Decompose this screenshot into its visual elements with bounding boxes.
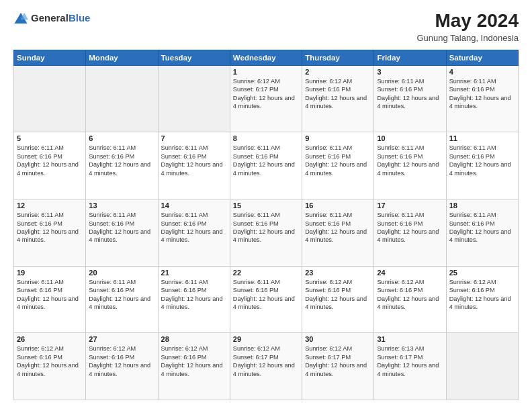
calendar-cell: 26Sunrise: 6:12 AMSunset: 6:16 PMDayligh… — [14, 333, 86, 400]
calendar-cell: 5Sunrise: 6:11 AMSunset: 6:16 PMDaylight… — [14, 132, 86, 199]
day-number: 7 — [161, 134, 227, 142]
day-info: Sunrise: 6:11 AMSunset: 6:16 PMDaylight:… — [161, 211, 227, 244]
calendar-cell: 21Sunrise: 6:11 AMSunset: 6:16 PMDayligh… — [158, 266, 230, 333]
calendar-cell: 18Sunrise: 6:11 AMSunset: 6:16 PMDayligh… — [446, 199, 518, 267]
day-info: Sunrise: 6:11 AMSunset: 6:16 PMDaylight:… — [17, 211, 83, 244]
sunrise-text: Sunrise: 6:12 AM — [305, 78, 352, 85]
calendar-cell — [446, 333, 518, 400]
header: General Blue May 2024 Gunung Talang, Ind… — [13, 11, 519, 43]
sunrise-text: Sunrise: 6:11 AM — [17, 212, 64, 218]
sunset-text: Sunset: 6:16 PM — [449, 86, 495, 93]
daylight-text: Daylight: 12 hours and 4 minutes. — [377, 161, 439, 176]
day-number: 28 — [161, 335, 227, 343]
day-number: 16 — [305, 201, 371, 210]
weekday-header: Tuesday — [158, 50, 230, 65]
calendar-cell: 22Sunrise: 6:11 AMSunset: 6:16 PMDayligh… — [230, 266, 302, 333]
daylight-text: Daylight: 12 hours and 4 minutes. — [305, 228, 367, 243]
sunset-text: Sunset: 6:16 PM — [89, 287, 134, 293]
daylight-text: Daylight: 12 hours and 4 minutes. — [17, 362, 79, 377]
day-info: Sunrise: 6:12 AMSunset: 6:17 PMDaylight:… — [305, 345, 371, 378]
calendar-cell: 7Sunrise: 6:11 AMSunset: 6:16 PMDaylight… — [158, 132, 230, 199]
sunset-text: Sunset: 6:16 PM — [89, 153, 134, 160]
day-number: 12 — [17, 201, 83, 210]
day-number: 14 — [161, 201, 227, 210]
calendar-cell: 3Sunrise: 6:11 AMSunset: 6:16 PMDaylight… — [374, 65, 446, 132]
daylight-text: Daylight: 12 hours and 4 minutes. — [377, 95, 439, 109]
day-info: Sunrise: 6:12 AMSunset: 6:16 PMDaylight:… — [449, 278, 515, 312]
sunrise-text: Sunrise: 6:12 AM — [305, 345, 352, 352]
calendar-cell: 28Sunrise: 6:12 AMSunset: 6:16 PMDayligh… — [158, 333, 230, 400]
sunset-text: Sunset: 6:17 PM — [377, 354, 423, 361]
day-info: Sunrise: 6:12 AMSunset: 6:16 PMDaylight:… — [17, 345, 83, 378]
sunrise-text: Sunrise: 6:11 AM — [161, 212, 208, 218]
logo-general: General — [31, 13, 69, 24]
sunrise-text: Sunrise: 6:11 AM — [89, 212, 136, 218]
weekday-header: Saturday — [446, 50, 518, 65]
day-number: 20 — [89, 269, 154, 277]
day-number: 23 — [305, 269, 371, 277]
day-number: 10 — [377, 134, 443, 142]
sunset-text: Sunset: 6:16 PM — [233, 153, 279, 160]
day-number: 3 — [377, 68, 443, 76]
day-number: 29 — [233, 335, 299, 343]
calendar-header-row: SundayMondayTuesdayWednesdayThursdayFrid… — [14, 50, 519, 65]
calendar-cell: 20Sunrise: 6:11 AMSunset: 6:16 PMDayligh… — [86, 266, 158, 333]
calendar-table: SundayMondayTuesdayWednesdayThursdayFrid… — [13, 50, 519, 400]
calendar-cell: 13Sunrise: 6:11 AMSunset: 6:16 PMDayligh… — [86, 199, 158, 267]
sunrise-text: Sunrise: 6:11 AM — [377, 78, 424, 85]
sunset-text: Sunset: 6:16 PM — [161, 220, 207, 227]
daylight-text: Daylight: 12 hours and 4 minutes. — [233, 228, 295, 243]
sunrise-text: Sunrise: 6:11 AM — [17, 279, 64, 285]
day-info: Sunrise: 6:11 AMSunset: 6:16 PMDaylight:… — [305, 211, 371, 244]
day-info: Sunrise: 6:11 AMSunset: 6:16 PMDaylight:… — [449, 144, 515, 177]
sunrise-text: Sunrise: 6:11 AM — [305, 212, 352, 218]
daylight-text: Daylight: 12 hours and 4 minutes. — [233, 95, 295, 109]
sunrise-text: Sunrise: 6:11 AM — [449, 144, 496, 151]
day-number: 6 — [89, 134, 154, 142]
sunrise-text: Sunrise: 6:11 AM — [161, 144, 208, 151]
sunset-text: Sunset: 6:17 PM — [233, 354, 279, 361]
day-info: Sunrise: 6:11 AMSunset: 6:16 PMDaylight:… — [233, 211, 299, 244]
page: General Blue May 2024 Gunung Talang, Ind… — [0, 0, 532, 411]
sunrise-text: Sunrise: 6:12 AM — [233, 78, 280, 85]
sunset-text: Sunset: 6:16 PM — [377, 153, 423, 160]
daylight-text: Daylight: 12 hours and 4 minutes. — [449, 295, 511, 310]
daylight-text: Daylight: 12 hours and 4 minutes. — [161, 161, 223, 176]
day-info: Sunrise: 6:12 AMSunset: 6:16 PMDaylight:… — [89, 345, 154, 378]
calendar-cell: 27Sunrise: 6:12 AMSunset: 6:16 PMDayligh… — [86, 333, 158, 400]
day-number: 9 — [305, 134, 371, 142]
sunset-text: Sunset: 6:16 PM — [449, 287, 495, 293]
day-info: Sunrise: 6:11 AMSunset: 6:16 PMDaylight:… — [449, 77, 515, 111]
sunset-text: Sunset: 6:16 PM — [377, 287, 423, 293]
sunrise-text: Sunrise: 6:11 AM — [89, 279, 136, 285]
sunset-text: Sunset: 6:16 PM — [161, 153, 207, 160]
calendar-week-row: 5Sunrise: 6:11 AMSunset: 6:16 PMDaylight… — [14, 132, 519, 199]
day-info: Sunrise: 6:11 AMSunset: 6:16 PMDaylight:… — [161, 278, 227, 312]
daylight-text: Daylight: 12 hours and 4 minutes. — [377, 295, 439, 310]
calendar-cell: 1Sunrise: 6:12 AMSunset: 6:17 PMDaylight… — [230, 65, 302, 132]
daylight-text: Daylight: 12 hours and 4 minutes. — [233, 295, 295, 310]
day-info: Sunrise: 6:12 AMSunset: 6:17 PMDaylight:… — [233, 345, 299, 378]
daylight-text: Daylight: 12 hours and 4 minutes. — [89, 295, 150, 310]
daylight-text: Daylight: 12 hours and 4 minutes. — [305, 95, 367, 109]
weekday-header: Friday — [374, 50, 446, 65]
sunrise-text: Sunrise: 6:11 AM — [449, 78, 496, 85]
sunset-text: Sunset: 6:16 PM — [305, 287, 351, 293]
daylight-text: Daylight: 12 hours and 4 minutes. — [89, 228, 150, 243]
sunrise-text: Sunrise: 6:11 AM — [161, 279, 208, 285]
sunrise-text: Sunrise: 6:13 AM — [377, 345, 424, 352]
day-number: 19 — [17, 269, 83, 277]
logo: General Blue — [13, 11, 90, 26]
calendar-cell: 29Sunrise: 6:12 AMSunset: 6:17 PMDayligh… — [230, 333, 302, 400]
sunset-text: Sunset: 6:16 PM — [17, 220, 62, 227]
calendar-week-row: 26Sunrise: 6:12 AMSunset: 6:16 PMDayligh… — [14, 333, 519, 400]
daylight-text: Daylight: 12 hours and 4 minutes. — [17, 295, 79, 310]
day-info: Sunrise: 6:11 AMSunset: 6:16 PMDaylight:… — [161, 144, 227, 177]
sunset-text: Sunset: 6:16 PM — [17, 287, 62, 293]
sunrise-text: Sunrise: 6:11 AM — [377, 212, 424, 218]
sunset-text: Sunset: 6:16 PM — [377, 220, 423, 227]
sunrise-text: Sunrise: 6:11 AM — [377, 144, 424, 151]
calendar-cell: 16Sunrise: 6:11 AMSunset: 6:16 PMDayligh… — [302, 199, 374, 267]
calendar-week-row: 12Sunrise: 6:11 AMSunset: 6:16 PMDayligh… — [14, 199, 519, 267]
day-number: 22 — [233, 269, 299, 277]
